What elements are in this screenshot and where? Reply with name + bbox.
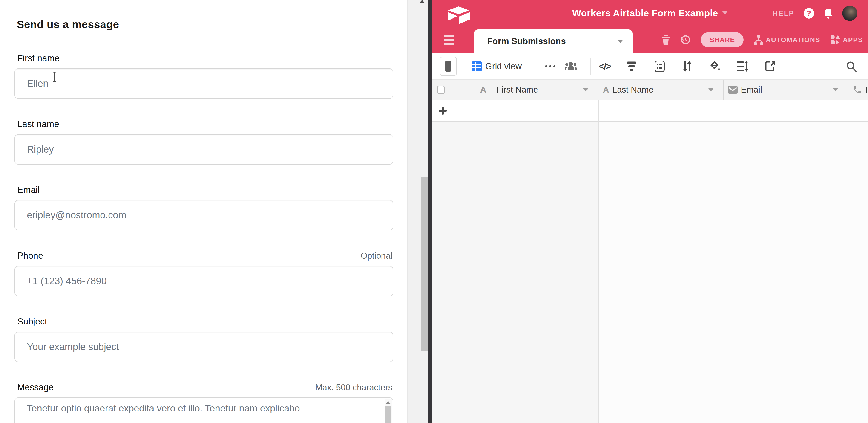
textarea-scrollbar[interactable] [384, 399, 392, 423]
message-max-chars-hint: Max. 500 characters [315, 383, 392, 392]
trash-icon[interactable] [662, 35, 670, 45]
color-icon[interactable] [710, 61, 720, 72]
table-name: Form Submissions [487, 36, 566, 46]
column-header-email[interactable]: Email [723, 80, 848, 100]
automations-button[interactable]: AUTOMATIONS [754, 34, 820, 45]
filter-icon[interactable] [627, 62, 636, 71]
first-name-label: First name [17, 53, 60, 63]
column-name: Phone [865, 85, 868, 95]
view-toolbar: Grid view </> [432, 53, 868, 80]
apps-icon [830, 35, 840, 45]
frozen-column-divider [598, 100, 599, 423]
subject-placeholder: Your example subject [27, 341, 119, 352]
phone-field-icon [852, 85, 862, 95]
form-heading: Send us a message [17, 18, 393, 31]
scroll-up-arrow-icon[interactable] [386, 401, 391, 404]
field-subject: Subject Your example subject [14, 316, 393, 362]
table-tab-form-submissions[interactable]: Form Submissions [474, 29, 633, 53]
message-placeholder: Tenetur optio quaerat expedita vero et i… [27, 403, 372, 414]
base-title-caret-icon[interactable] [722, 11, 728, 14]
phone-placeholder: +1 (123) 456-7890 [27, 275, 107, 286]
email-label: Email [17, 185, 40, 195]
api-code-icon[interactable]: </> [599, 61, 611, 71]
group-icon[interactable] [655, 61, 665, 72]
automations-icon [754, 34, 763, 45]
add-row[interactable] [432, 100, 868, 122]
text-field-icon: A [603, 85, 609, 95]
last-name-placeholder: Ripley [27, 144, 54, 155]
column-menu-caret-icon[interactable] [708, 88, 713, 91]
field-message: Message Max. 500 characters Tenetur opti… [14, 382, 393, 423]
contact-form-page: Send us a message First name Ellen Last … [0, 0, 407, 423]
grid-body-scroll-area [599, 122, 868, 423]
subject-label: Subject [17, 316, 47, 327]
first-name-input[interactable]: Ellen [14, 68, 393, 99]
share-button[interactable]: SHARE [701, 32, 744, 48]
phone-input[interactable]: +1 (123) 456-7890 [14, 266, 393, 296]
phone-optional-hint: Optional [361, 251, 392, 261]
subject-input[interactable]: Your example subject [14, 332, 393, 362]
airtable-window: Workers Airtable Form Example HELP ? For… [432, 0, 868, 423]
first-name-placeholder: Ellen [27, 78, 48, 89]
message-label: Message [17, 382, 54, 392]
apps-button[interactable]: APPS [830, 35, 863, 45]
field-phone: Phone Optional +1 (123) 456-7890 [14, 251, 393, 296]
column-header-phone[interactable]: Phone [848, 80, 868, 100]
row-height-icon[interactable] [737, 61, 748, 71]
airtable-topbar: Workers Airtable Form Example HELP ? [432, 0, 868, 27]
window-divider [428, 0, 432, 423]
collaborators-icon[interactable] [565, 61, 577, 71]
help-question-icon[interactable]: ? [804, 8, 814, 19]
column-header-last-name[interactable]: A Last Name [598, 80, 723, 100]
last-name-input[interactable]: Ripley [14, 134, 393, 164]
select-all-cell [432, 80, 476, 100]
column-menu-caret-icon[interactable] [583, 88, 588, 91]
grid-header-row: A First Name A Last Name Email [432, 80, 868, 100]
automations-label: AUTOMATIONS [766, 36, 820, 44]
toolbar-divider [590, 58, 591, 74]
column-name: First Name [496, 85, 538, 95]
column-name: Email [741, 85, 762, 95]
apps-label: APPS [843, 36, 863, 44]
select-all-checkbox[interactable] [437, 86, 444, 94]
column-menu-caret-icon[interactable] [833, 88, 838, 91]
grid-view-icon [471, 61, 482, 71]
field-email: Email eripley@nostromo.com [14, 185, 393, 230]
help-button[interactable]: HELP [773, 9, 795, 18]
text-cursor-icon [52, 71, 57, 82]
text-field-icon: A [480, 85, 486, 95]
view-name[interactable]: Grid view [485, 61, 522, 71]
sidebar-toggle-pill-icon [445, 61, 452, 72]
column-name: Last Name [612, 85, 653, 95]
field-first-name: First name Ellen [14, 53, 393, 99]
email-placeholder: eripley@nostromo.com [27, 210, 126, 221]
base-title[interactable]: Workers Airtable Form Example [572, 8, 718, 19]
hamburger-menu-icon[interactable] [444, 35, 455, 45]
sort-icon[interactable] [682, 61, 692, 72]
page-scrollbar-thumb[interactable] [421, 177, 428, 351]
phone-label: Phone [17, 251, 43, 261]
table-caret-icon[interactable] [618, 39, 623, 43]
add-row-plus-icon[interactable] [438, 106, 447, 115]
email-input[interactable]: eripley@nostromo.com [14, 200, 393, 230]
airtable-tabbar: Form Submissions [432, 27, 868, 53]
grid-body-frozen-area [432, 122, 598, 423]
history-icon[interactable] [680, 34, 691, 45]
page-scrollbar[interactable] [407, 0, 428, 423]
user-avatar[interactable] [842, 6, 858, 21]
screen: Send us a message First name Ellen Last … [0, 0, 868, 423]
notifications-bell-icon[interactable] [824, 8, 833, 19]
column-header-first-name[interactable]: A First Name [476, 80, 598, 100]
field-last-name: Last name Ripley [14, 119, 393, 164]
textarea-scrollbar-thumb[interactable] [385, 405, 391, 423]
last-name-label: Last name [17, 119, 59, 129]
email-field-icon [728, 86, 738, 94]
search-icon[interactable] [846, 61, 857, 72]
share-view-icon[interactable] [765, 61, 776, 71]
view-sidebar-toggle-button[interactable] [440, 57, 457, 76]
share-button-label: SHARE [710, 36, 735, 44]
page-scroll-up-arrow-icon[interactable] [419, 0, 425, 3]
message-textarea[interactable]: Tenetur optio quaerat expedita vero et i… [14, 397, 393, 423]
view-more-options-icon[interactable] [545, 65, 555, 67]
